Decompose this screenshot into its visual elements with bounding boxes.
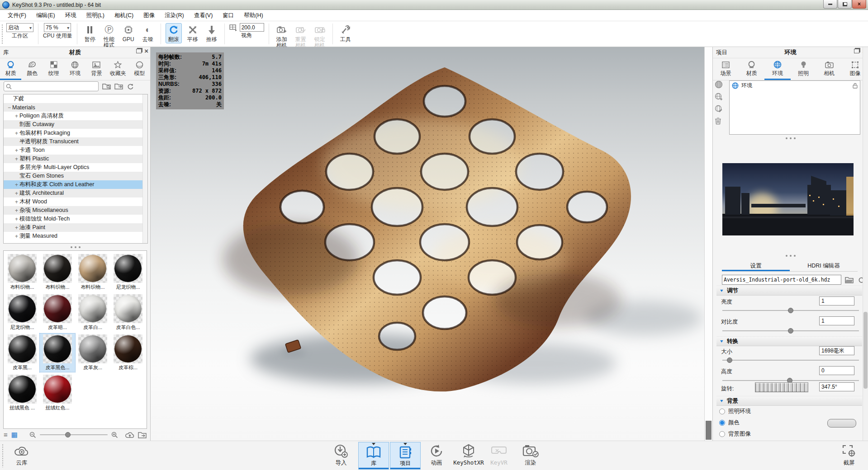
tree-item[interactable]: +卡通 Toon <box>4 146 147 155</box>
hdri-preview[interactable] <box>722 163 854 235</box>
tree-item[interactable]: +油漆 Paint <box>4 223 147 232</box>
tree-item[interactable]: +模德蚀纹 Mold-Tech <box>4 215 147 223</box>
material-thumb[interactable]: 皮革黑... <box>5 334 40 372</box>
tree-item[interactable]: 下载 <box>4 94 147 103</box>
search-field[interactable] <box>12 83 86 90</box>
rotation-input[interactable]: 347.5° <box>819 382 854 391</box>
tree-item[interactable]: 多层光学 Multi-Layer Optics <box>4 163 147 172</box>
globe-edit-icon[interactable] <box>715 105 723 113</box>
zoom-in-icon[interactable] <box>111 432 118 438</box>
screenshot-button[interactable]: 截屏 <box>837 443 861 467</box>
render-viewport[interactable]: 每秒帧数:5.7 时间:7m 41s 采样值:146 三角形:406,110 N… <box>151 47 704 441</box>
tab-models[interactable]: 模型 <box>129 58 150 80</box>
panel-splitter[interactable] <box>713 255 868 257</box>
trash-icon[interactable] <box>715 117 723 125</box>
close-button[interactable]: × <box>852 0 866 9</box>
material-thumb[interactable]: 皮革白色... <box>110 293 146 332</box>
gpu-button[interactable]: GPU <box>120 23 137 43</box>
menu-edit[interactable]: 编辑(E) <box>31 10 60 21</box>
material-thumb[interactable]: 皮革暗... <box>40 293 75 332</box>
pause-button[interactable]: 暂停 <box>82 23 98 43</box>
cloud-library-button[interactable]: 云库 <box>10 443 33 467</box>
globe-add-icon[interactable] <box>715 93 723 101</box>
material-thumb[interactable]: 皮革灰... <box>75 334 110 372</box>
dolly-button[interactable]: 推移 <box>204 23 220 43</box>
menu-camera[interactable]: 相机(C) <box>109 10 138 21</box>
pan-button[interactable]: 平移 <box>185 23 201 43</box>
render-button[interactable]: 渲染 <box>519 443 542 467</box>
thumbnail-size-slider[interactable] <box>40 434 108 435</box>
radio-backplate-image[interactable]: 背景图像 <box>719 430 751 438</box>
tab-material[interactable]: 材质 <box>739 58 764 80</box>
cpu-usage-dropdown[interactable]: 75 % ▾ <box>44 23 71 32</box>
height-slider[interactable] <box>722 380 859 381</box>
hdri-filename-input[interactable]: Aversis_Industrial-port-old_6k.hdz <box>722 275 841 285</box>
add-camera-button[interactable]: 添加相机 <box>274 23 290 49</box>
menu-file[interactable]: 文件(F) <box>3 10 31 21</box>
import-button[interactable]: 导入 <box>330 443 352 467</box>
tree-item[interactable]: +塑料 Plastic <box>4 155 147 163</box>
tree-item[interactable]: 剖面 Cutaway <box>4 120 147 129</box>
tab-materials[interactable]: 材质 <box>0 58 21 80</box>
lock-camera-button[interactable]: 锁定相机 <box>312 23 328 49</box>
tab-favorites[interactable]: 收藏夹 <box>107 58 128 80</box>
material-thumb[interactable]: 皮革棕... <box>110 334 146 372</box>
tab-hdri-editor[interactable]: HDRI 编辑器 <box>790 261 858 271</box>
rotation-scrubber[interactable] <box>755 382 808 392</box>
tree-item[interactable]: +木材 Wood <box>4 197 147 206</box>
keyshotxr-button[interactable]: KeyShotXR <box>451 443 487 466</box>
tab-environment[interactable]: 环境 <box>764 58 790 80</box>
refresh-icon[interactable] <box>127 83 134 90</box>
tree-item[interactable]: +建筑 Architectural <box>4 189 147 197</box>
brightness-slider[interactable] <box>722 310 859 311</box>
keyvr-button[interactable]: KeyVR <box>485 443 513 466</box>
project-dock-button[interactable]: 项目 <box>390 442 421 470</box>
viewport-scrollbar-thumb[interactable] <box>706 421 711 440</box>
float-panel-icon[interactable] <box>854 49 859 53</box>
viewport-scrollbar[interactable] <box>704 47 712 441</box>
material-thumb-selected[interactable]: 皮革黑色... <box>40 334 75 372</box>
fov-value-input[interactable]: 200.0 <box>240 23 264 32</box>
tab-textures[interactable]: 纹理 <box>43 58 64 80</box>
tools-button[interactable]: 工具 <box>337 23 354 43</box>
section-transform[interactable]: ▼ 转换 <box>716 336 862 346</box>
denoise-button[interactable]: ◐ 去噪 <box>140 23 156 43</box>
dock-drag-handle[interactable] <box>2 444 4 467</box>
brightness-input[interactable]: 1 <box>819 296 854 306</box>
performance-mode-button[interactable]: Ⓟ 性能模式 <box>101 23 117 49</box>
size-input[interactable]: 1698毫米 <box>819 346 854 355</box>
zoom-out-icon[interactable] <box>29 432 36 438</box>
float-panel-icon[interactable] <box>136 49 142 53</box>
toolbar-drag-handle[interactable] <box>1 24 4 44</box>
tree-item[interactable]: 半透明材质 Translucent <box>4 137 147 146</box>
menu-environment[interactable]: 环境 <box>60 10 81 21</box>
section-background[interactable]: ▼ 背景 <box>716 396 862 406</box>
background-color-swatch[interactable] <box>827 419 856 428</box>
tab-backplates[interactable]: 背景 <box>86 58 107 80</box>
menu-view[interactable]: 查看(V) <box>189 10 218 21</box>
list-view-icon[interactable]: ≡ <box>4 431 8 438</box>
tab-settings[interactable]: 设置 <box>722 261 790 271</box>
menu-image[interactable]: 图像 <box>138 10 160 21</box>
tumble-button[interactable]: 翻滚 <box>166 23 182 43</box>
environment-list-item[interactable]: 环境 <box>730 81 860 90</box>
material-thumb[interactable]: 尼龙织物... <box>5 293 40 332</box>
project-scrollbar-thumb[interactable] <box>863 312 868 389</box>
menu-window[interactable]: 窗口 <box>218 10 239 21</box>
search-input[interactable] <box>4 81 99 91</box>
restore-button[interactable] <box>838 0 852 9</box>
tree-item[interactable]: +Poliigon 高清材质 <box>4 112 147 120</box>
tree-item[interactable]: 宝石 Gem Stones <box>4 172 147 180</box>
size-slider[interactable] <box>722 360 859 361</box>
tab-scene[interactable]: 场景 <box>713 58 739 80</box>
cloud-upload-icon[interactable] <box>125 432 134 438</box>
panel-splitter[interactable] <box>713 137 868 139</box>
folder-search-icon[interactable] <box>102 83 111 90</box>
contrast-input[interactable]: 1 <box>819 316 854 325</box>
minimize-button[interactable] <box>823 0 837 9</box>
radio-lighting-environment[interactable]: 照明环境 <box>719 408 751 415</box>
folder-export-icon[interactable] <box>138 432 147 438</box>
tab-environments[interactable]: 环境 <box>64 58 85 80</box>
tree-item[interactable]: +包装材料 Packaging <box>4 129 147 137</box>
material-thumb[interactable]: 布料织物... <box>5 253 40 291</box>
